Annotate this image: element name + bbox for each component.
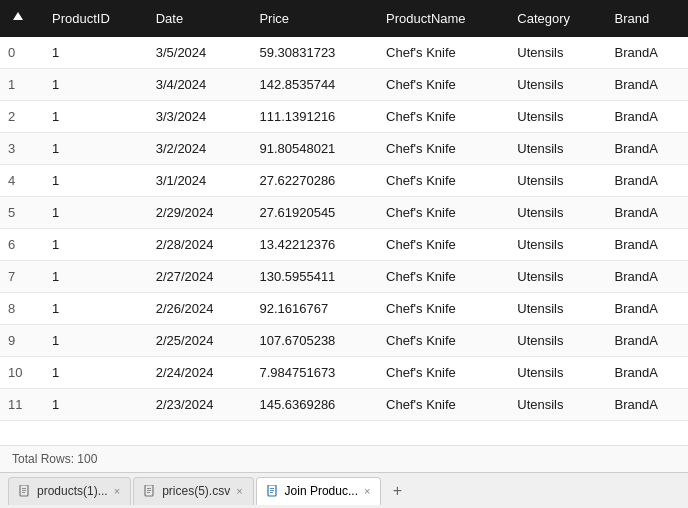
cell-category: Utensils	[505, 261, 602, 293]
cell-brand: BrandA	[603, 133, 688, 165]
row-index: 0	[0, 37, 40, 69]
cell-category: Utensils	[505, 101, 602, 133]
cell-date: 3/3/2024	[144, 101, 248, 133]
row-index: 4	[0, 165, 40, 197]
cell-price: 59.30831723	[247, 37, 374, 69]
cell-product-name: Chef's Knife	[374, 165, 505, 197]
table-row[interactable]: 113/4/2024142.8535744Chef's KnifeUtensil…	[0, 69, 688, 101]
table-row[interactable]: 313/2/202491.80548021Chef's KnifeUtensil…	[0, 133, 688, 165]
tab-join-produc[interactable]: Join Produc...×	[256, 477, 382, 505]
cell-product-id: 1	[40, 357, 144, 389]
cell-brand: BrandA	[603, 69, 688, 101]
row-index: 11	[0, 389, 40, 421]
cell-brand: BrandA	[603, 293, 688, 325]
cell-brand: BrandA	[603, 357, 688, 389]
cell-price: 142.8535744	[247, 69, 374, 101]
table-row[interactable]: 612/28/202413.42212376Chef's KnifeUtensi…	[0, 229, 688, 261]
header-date[interactable]: Date	[144, 0, 248, 37]
cell-product-name: Chef's Knife	[374, 325, 505, 357]
file-icon	[144, 485, 156, 497]
cell-product-id: 1	[40, 37, 144, 69]
cell-category: Utensils	[505, 389, 602, 421]
cell-brand: BrandA	[603, 165, 688, 197]
cell-product-name: Chef's Knife	[374, 229, 505, 261]
cell-category: Utensils	[505, 293, 602, 325]
cell-category: Utensils	[505, 165, 602, 197]
cell-product-name: Chef's Knife	[374, 101, 505, 133]
cell-date: 3/2/2024	[144, 133, 248, 165]
cell-product-name: Chef's Knife	[374, 37, 505, 69]
cell-date: 2/25/2024	[144, 325, 248, 357]
cell-date: 2/28/2024	[144, 229, 248, 261]
row-index: 2	[0, 101, 40, 133]
table-row[interactable]: 413/1/202427.62270286Chef's KnifeUtensil…	[0, 165, 688, 197]
table-row[interactable]: 512/29/202427.61920545Chef's KnifeUtensi…	[0, 197, 688, 229]
sort-icon	[11, 10, 25, 24]
table-row[interactable]: 213/3/2024111.1391216Chef's KnifeUtensil…	[0, 101, 688, 133]
cell-product-id: 1	[40, 101, 144, 133]
add-tab-button[interactable]: +	[385, 479, 409, 503]
cell-category: Utensils	[505, 197, 602, 229]
cell-product-id: 1	[40, 165, 144, 197]
cell-date: 2/23/2024	[144, 389, 248, 421]
row-index: 10	[0, 357, 40, 389]
tab-label: products(1)...	[37, 484, 108, 498]
row-index: 5	[0, 197, 40, 229]
cell-category: Utensils	[505, 325, 602, 357]
cell-price: 13.42212376	[247, 229, 374, 261]
cell-product-id: 1	[40, 133, 144, 165]
cell-product-id: 1	[40, 261, 144, 293]
tab-bar: products(1)...× prices(5).csv× Join Prod…	[0, 472, 688, 508]
table-header-row: ProductID Date Price ProductName Categor…	[0, 0, 688, 37]
header-sort[interactable]	[0, 0, 40, 37]
cell-product-name: Chef's Knife	[374, 133, 505, 165]
row-index: 1	[0, 69, 40, 101]
header-product-id[interactable]: ProductID	[40, 0, 144, 37]
cell-product-name: Chef's Knife	[374, 293, 505, 325]
cell-product-name: Chef's Knife	[374, 261, 505, 293]
tab-close-button[interactable]: ×	[114, 486, 120, 497]
cell-date: 3/4/2024	[144, 69, 248, 101]
cell-product-id: 1	[40, 229, 144, 261]
header-brand[interactable]: Brand	[603, 0, 688, 37]
cell-price: 7.984751673	[247, 357, 374, 389]
cell-product-id: 1	[40, 69, 144, 101]
cell-price: 91.80548021	[247, 133, 374, 165]
table-row[interactable]: 1012/24/20247.984751673Chef's KnifeUtens…	[0, 357, 688, 389]
tab-close-button[interactable]: ×	[236, 486, 242, 497]
table-row[interactable]: 812/26/202492.1616767Chef's KnifeUtensil…	[0, 293, 688, 325]
tab-close-button[interactable]: ×	[364, 486, 370, 497]
cell-product-name: Chef's Knife	[374, 69, 505, 101]
header-product-name[interactable]: ProductName	[374, 0, 505, 37]
data-table-container: ProductID Date Price ProductName Categor…	[0, 0, 688, 445]
cell-date: 2/27/2024	[144, 261, 248, 293]
cell-product-id: 1	[40, 325, 144, 357]
table-row[interactable]: 712/27/2024130.5955411Chef's KnifeUtensi…	[0, 261, 688, 293]
footer-bar: Total Rows: 100	[0, 445, 688, 472]
svg-marker-0	[13, 12, 23, 20]
cell-price: 27.61920545	[247, 197, 374, 229]
table-row[interactable]: 013/5/202459.30831723Chef's KnifeUtensil…	[0, 37, 688, 69]
cell-date: 3/1/2024	[144, 165, 248, 197]
row-index: 6	[0, 229, 40, 261]
cell-date: 2/29/2024	[144, 197, 248, 229]
tab-prices[interactable]: prices(5).csv×	[133, 477, 253, 505]
tab-products[interactable]: products(1)...×	[8, 477, 131, 505]
row-index: 8	[0, 293, 40, 325]
file-icon	[19, 485, 31, 497]
row-index: 7	[0, 261, 40, 293]
cell-price: 107.6705238	[247, 325, 374, 357]
cell-brand: BrandA	[603, 325, 688, 357]
header-category[interactable]: Category	[505, 0, 602, 37]
cell-category: Utensils	[505, 229, 602, 261]
cell-brand: BrandA	[603, 389, 688, 421]
cell-brand: BrandA	[603, 37, 688, 69]
cell-product-name: Chef's Knife	[374, 389, 505, 421]
cell-product-name: Chef's Knife	[374, 357, 505, 389]
cell-product-id: 1	[40, 197, 144, 229]
table-row[interactable]: 912/25/2024107.6705238Chef's KnifeUtensi…	[0, 325, 688, 357]
header-price[interactable]: Price	[247, 0, 374, 37]
cell-brand: BrandA	[603, 197, 688, 229]
cell-brand: BrandA	[603, 101, 688, 133]
table-row[interactable]: 1112/23/2024145.6369286Chef's KnifeUtens…	[0, 389, 688, 421]
